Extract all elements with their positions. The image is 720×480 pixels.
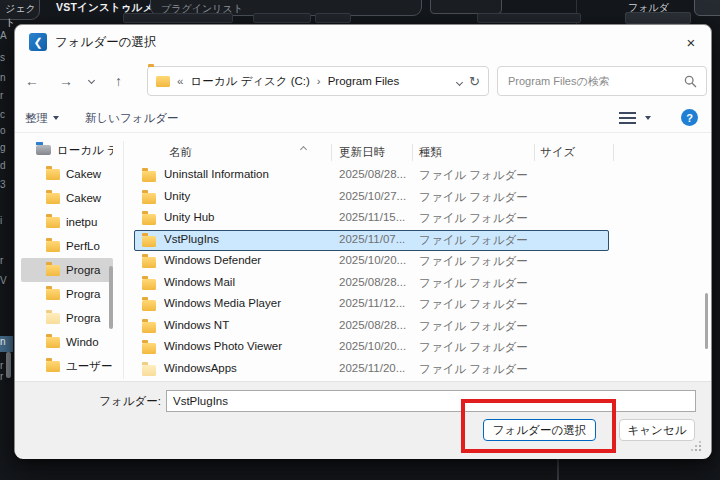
row-name: Unity Hub	[164, 211, 215, 223]
table-row[interactable]: Windows Photo Viewer 2025/10/20... ファイル …	[134, 337, 609, 359]
background-truncated-text: s	[0, 52, 13, 64]
background-truncated-text: c	[0, 109, 13, 121]
column-header-name[interactable]: 名前	[169, 145, 192, 160]
folder-icon	[142, 365, 156, 376]
help-button[interactable]: ?	[681, 109, 698, 126]
background-scrollbar-fragment	[6, 352, 11, 378]
row-type: ファイル フォルダー	[419, 190, 528, 205]
table-row[interactable]: Windows Mail 2025/08/28... ファイル フォルダー	[134, 273, 609, 295]
search-input[interactable]	[506, 68, 676, 94]
breadcrumb-collapse[interactable]: «	[177, 75, 183, 87]
table-row[interactable]: Uninstall Information 2025/08/28... ファイル…	[134, 165, 609, 187]
tree-item-label: PerfLo	[66, 240, 100, 252]
table-row[interactable]: VstPlugIns 2025/11/07... ファイル フォルダー	[134, 230, 609, 252]
column-header-date[interactable]: 更新日時	[339, 145, 385, 160]
background-truncated-text: r	[0, 255, 13, 267]
background-truncated-text: o	[0, 125, 13, 137]
organize-button[interactable]: 整理	[25, 103, 59, 133]
row-date-modified: 2025/10/27...	[339, 190, 406, 202]
tree-item-icon	[46, 241, 60, 252]
close-icon[interactable]: ×	[679, 31, 703, 53]
background-truncated-text: d	[0, 160, 13, 172]
breadcrumb-separator-icon: ›	[317, 75, 321, 87]
tree-scrollbar[interactable]	[109, 266, 113, 329]
folder-icon	[142, 322, 156, 333]
tree-item-label: Cakew	[66, 168, 101, 180]
back-icon[interactable]: ←	[25, 65, 39, 97]
dialog-title: フォルダーの選択	[55, 25, 156, 59]
refresh-icon[interactable]: ↻	[469, 74, 480, 89]
folder-icon	[142, 343, 156, 354]
background-bottom-divider	[557, 458, 559, 480]
breadcrumb-current-folder[interactable]: Program Files	[328, 75, 400, 87]
table-row[interactable]: Unity 2025/10/27... ファイル フォルダー	[134, 187, 609, 209]
row-date-modified: 2025/08/28...	[339, 168, 406, 180]
sidebar-tree-item[interactable]: ユーザー	[21, 354, 113, 378]
row-name: Windows NT	[164, 319, 229, 331]
table-row[interactable]: Windows Media Player 2025/11/12... ファイル …	[134, 294, 609, 316]
navigation-bar: ← → ↑ « ローカル ディスク (C:) › Program Files ↻	[15, 65, 711, 97]
row-date-modified: 2025/11/15...	[339, 211, 405, 223]
background-button-row-item	[477, 13, 581, 23]
table-row[interactable]: WindowsApps 2025/11/20... ファイル フォルダー	[134, 359, 609, 381]
sidebar-tree-item[interactable]: Progra	[21, 258, 113, 282]
background-button-row-item	[123, 13, 233, 23]
tree-item-label: Windo	[66, 336, 99, 348]
chevron-down-icon	[53, 116, 59, 120]
background-button-row-item	[315, 13, 351, 23]
tree-item-icon	[46, 289, 60, 300]
table-row[interactable]: Windows Defender 2025/10/20... ファイル フォルダ…	[134, 251, 609, 273]
row-type: ファイル フォルダー	[419, 297, 528, 312]
background-dropdown-control[interactable]	[430, 0, 502, 14]
table-row[interactable]: Unity Hub 2025/11/15... ファイル フォルダー	[134, 208, 609, 230]
view-list-icon[interactable]	[619, 112, 636, 124]
folder-icon	[142, 171, 156, 182]
screen: ジェクト VSTインストゥルメント プラグインリスト フォルダ Asnrcogd…	[0, 0, 720, 480]
sidebar-tree-item[interactable]: PerfLo	[21, 234, 113, 258]
app-logo-icon: ❮	[29, 33, 47, 51]
row-name: VstPlugIns	[164, 233, 219, 245]
table-row[interactable]: Windows NT 2025/08/28... ファイル フォルダー	[134, 316, 609, 338]
list-scrollbar[interactable]	[705, 293, 708, 349]
breadcrumb-drive[interactable]: ローカル ディスク (C:)	[190, 74, 309, 89]
address-dropdown-icon[interactable]	[457, 75, 462, 87]
view-dropdown-icon[interactable]	[645, 116, 651, 120]
folder-tree: ローカル デ Cakew Cakew inetpu PerfLo Progra …	[21, 138, 113, 378]
forward-icon[interactable]: →	[59, 65, 73, 97]
cancel-button[interactable]: キャンセル	[619, 419, 695, 441]
row-name: Unity	[164, 190, 190, 202]
search-box[interactable]	[497, 66, 707, 96]
sidebar-tree-item[interactable]: ローカル デ	[21, 138, 113, 162]
background-tab-partial[interactable]: ジェクト	[0, 0, 40, 20]
sidebar-tree-item[interactable]: Windo	[21, 330, 113, 354]
background-truncated-text: r	[0, 90, 13, 102]
background-truncated-text: V	[0, 275, 13, 287]
background-button-row-item	[625, 12, 691, 24]
recent-locations-icon[interactable]	[89, 78, 94, 83]
resize-grip[interactable]	[699, 449, 701, 451]
sidebar-tree-item[interactable]: inetpu	[21, 210, 113, 234]
column-header-size[interactable]: サイズ	[540, 145, 575, 160]
row-date-modified: 2025/08/28...	[339, 319, 406, 331]
tree-item-icon	[46, 313, 60, 324]
row-name: Windows Photo Viewer	[164, 340, 282, 352]
new-folder-button[interactable]: 新しいフォルダー	[85, 103, 179, 133]
dialog-titlebar[interactable]: ❮ フォルダーの選択 ×	[15, 25, 711, 59]
row-date-modified: 2025/08/28...	[339, 276, 406, 288]
background-button-partial[interactable]	[694, 0, 720, 16]
folder-icon	[142, 193, 156, 204]
folder-icon	[142, 279, 156, 290]
row-type: ファイル フォルダー	[419, 340, 528, 355]
tree-item-icon	[46, 169, 60, 180]
sidebar-tree-item[interactable]: Progra	[21, 282, 113, 306]
sidebar-tree-item[interactable]: Cakew	[21, 186, 113, 210]
sidebar-tree-item[interactable]: Cakew	[21, 162, 113, 186]
address-bar[interactable]: « ローカル ディスク (C:) › Program Files ↻	[147, 66, 489, 96]
folder-icon	[142, 300, 156, 311]
up-icon[interactable]: ↑	[115, 65, 122, 97]
folder-name-input[interactable]	[166, 390, 696, 412]
tree-item-label: ユーザー	[66, 359, 113, 374]
column-header-type[interactable]: 種類	[419, 145, 442, 160]
sidebar-tree-item[interactable]: Progra	[21, 306, 113, 330]
tree-item-label: ローカル デ	[57, 143, 113, 158]
